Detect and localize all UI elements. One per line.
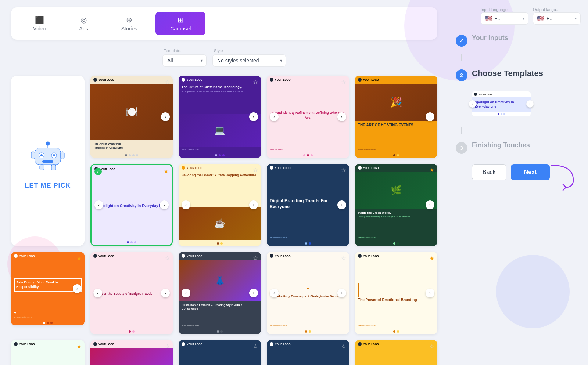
filter-row: Template... All Standard Premium Style N… <box>11 48 437 67</box>
card-nav-next-12[interactable]: › <box>337 289 346 297</box>
preview-dot-2 <box>501 113 502 115</box>
star-icon-15[interactable]: ☆ <box>165 343 170 350</box>
card-nav-next-5[interactable]: › <box>160 200 169 209</box>
ads-icon: ◎ <box>80 15 87 24</box>
card-nav-next-6[interactable]: › <box>249 200 258 209</box>
card-nav-next-7[interactable]: › <box>337 200 346 209</box>
let-me-pick-card[interactable]: LET ME PICK <box>11 76 85 246</box>
input-language-group: Input language 🇺🇸 E... ▾ <box>481 7 528 25</box>
output-lang-arrow: ▾ <box>575 17 577 21</box>
stories-icon: ⊕ <box>126 15 132 24</box>
template-card-16[interactable]: YOUR LOGO Powering the Digital Revolutio… <box>179 340 261 365</box>
star-icon-6[interactable]: ☆ <box>253 167 258 174</box>
star-icon-3[interactable]: ☆ <box>341 79 346 86</box>
template-filter-wrapper: All Standard Premium <box>162 54 207 67</box>
star-icon-13[interactable]: ★ <box>429 255 434 262</box>
preview-card: YOUR LOGO Spotlight on Creativity in Eve… <box>472 91 531 116</box>
style-filter-wrapper: No styles selected Modern Classic Minima… <box>212 54 286 67</box>
card-nav-next-3[interactable]: › <box>337 112 346 121</box>
input-lang-arrow: ▾ <box>523 17 524 21</box>
step-1-label: Your Inputs <box>472 34 508 42</box>
card-nav-next-4[interactable]: › <box>426 112 434 121</box>
template-card-6[interactable]: YOUR LOGO Savoring the Brews: A Cafe Hop… <box>179 164 261 246</box>
tab-video[interactable]: ⬛ Video <box>18 12 61 35</box>
tab-carousel[interactable]: ⊞ Carousel <box>155 12 205 35</box>
star-icon-5[interactable]: ★ <box>164 168 169 175</box>
output-language-selector[interactable]: 🇺🇸 E... ▾ <box>533 12 581 25</box>
template-card-8[interactable]: YOUR LOGO 🌿 Inside the Green World. Join… <box>355 164 437 246</box>
star-icon-1[interactable]: ☆ <box>165 79 170 86</box>
template-card-17[interactable]: YOUR LOGO Your Path to Excellence and Su… <box>267 340 349 365</box>
output-language-title: Output langu... <box>533 7 581 12</box>
card-nav-prev-11[interactable]: ‹ <box>182 289 190 297</box>
star-icon-8[interactable]: ★ <box>429 167 434 174</box>
card-nav-next-8[interactable]: › <box>426 200 434 209</box>
card-nav-prev-10[interactable]: ‹ <box>93 289 102 297</box>
card-nav-prev-5[interactable]: ‹ <box>94 200 103 209</box>
video-icon: ⬛ <box>35 15 44 24</box>
step-2-circle: 2 <box>456 69 467 81</box>
star-icon-11[interactable]: ☆ <box>253 255 258 262</box>
preview-nav-next[interactable]: › <box>526 100 534 108</box>
template-card-1[interactable]: YOUR LOGO 🍽️ The Art of Weaving:Threads … <box>90 76 173 158</box>
preview-nav-prev[interactable]: ‹ <box>469 100 476 108</box>
input-lang-label: E... <box>494 16 520 21</box>
step-1-item: ✓ Your Inputs <box>456 34 581 47</box>
template-card-18[interactable]: YOUR LOGO Brain-Boosting IQ Games for Ki… <box>355 340 437 365</box>
card-nav-next-2[interactable]: › <box>249 112 258 121</box>
step-3-label: Finishing Touches <box>472 141 530 149</box>
tab-carousel-label: Carousel <box>170 26 191 32</box>
template-card-9[interactable]: YOUR LOGO Safe Driving: Your Road to Res… <box>11 252 85 325</box>
star-icon-14[interactable]: ★ <box>76 343 82 350</box>
template-card-10[interactable]: YOUR LOGO Uncover the Beauty of Budget T… <box>90 252 173 334</box>
template-card-15[interactable]: YOUR LOGO 🏔️ A breathtaking landscape sh… <box>90 340 173 365</box>
let-me-pick-text: LET ME PICK <box>25 182 71 189</box>
star-icon-7[interactable]: ☆ <box>341 167 346 174</box>
card-nav-prev-6[interactable]: ‹ <box>182 200 190 209</box>
card-nav-next-11[interactable]: › <box>249 289 258 297</box>
style-filter-group: Style No styles selected Modern Classic … <box>212 48 286 67</box>
template-card-3[interactable]: YOUR LOGO Brand Identity Refinement: Def… <box>267 76 349 158</box>
step-1-circle: ✓ <box>456 35 467 47</box>
star-icon-10[interactable]: ☆ <box>165 255 170 262</box>
output-lang-label: E... <box>546 16 573 21</box>
tab-ads[interactable]: ◎ Ads <box>65 12 103 35</box>
back-button[interactable]: Back <box>472 164 506 180</box>
template-card-4[interactable]: YOUR LOGO 🎉 THE ART OF HOSTING EVENTS ww… <box>355 76 437 158</box>
template-card-2[interactable]: YOUR LOGO The Future of Sustainable Tech… <box>179 76 261 158</box>
svg-point-5 <box>40 154 43 156</box>
preview-dot-3 <box>503 113 505 115</box>
card-nav-prev-3[interactable]: ‹ <box>270 112 279 121</box>
template-card-13[interactable]: YOUR LOGO The Power of Emotional Brandin… <box>355 252 437 334</box>
star-icon-12[interactable]: ☆ <box>341 255 346 262</box>
star-icon-17[interactable]: ☆ <box>341 343 346 350</box>
template-card-11[interactable]: YOUR LOGO 👗 Sustainable Fashion – Creati… <box>179 252 261 334</box>
template-card-12[interactable]: YOUR LOGO " Productivity Power-ups: 4 St… <box>267 252 349 334</box>
preview-logo-dot <box>474 93 477 96</box>
card-nav-next-1[interactable]: › <box>161 112 170 121</box>
star-icon-18[interactable]: ☆ <box>429 343 434 350</box>
template-card-7[interactable]: YOUR LOGO Digital Branding Trends For Ev… <box>267 164 349 246</box>
tab-stories[interactable]: ⊕ Stories <box>107 12 152 35</box>
next-button[interactable]: Next <box>511 164 550 180</box>
template-card-5[interactable]: YOUR LOGO Spotlight on Creativity in Eve… <box>90 164 173 246</box>
template-filter-select[interactable]: All Standard Premium <box>162 54 207 67</box>
step-2-label: Choose Templates <box>472 69 543 78</box>
svg-point-6 <box>53 154 55 156</box>
card-nav-prev-12[interactable]: ‹ <box>270 289 279 297</box>
step-connector-2 <box>461 127 462 134</box>
template-card-14[interactable]: YOUR LOGO An Exploration of IT's Influen… <box>11 340 85 365</box>
card-nav-next-13[interactable]: › <box>426 289 434 297</box>
tab-stories-label: Stories <box>121 26 137 32</box>
input-language-selector[interactable]: 🇺🇸 E... ▾ <box>481 12 528 25</box>
star-icon-16[interactable]: ☆ <box>253 343 258 350</box>
step-3-circle: 3 <box>456 142 467 154</box>
style-filter-select[interactable]: No styles selected Modern Classic Minima… <box>212 54 286 67</box>
language-row: Input language 🇺🇸 E... ▾ Output langu...… <box>456 7 581 25</box>
style-filter-label: Style <box>212 48 286 53</box>
card-nav-next-9[interactable]: › <box>73 284 82 293</box>
star-icon-9[interactable]: ★ <box>76 255 82 262</box>
star-icon-4[interactable]: ★ <box>429 79 434 86</box>
card-nav-next-10[interactable]: › <box>161 289 170 297</box>
star-icon-2[interactable]: ☆ <box>253 79 258 86</box>
